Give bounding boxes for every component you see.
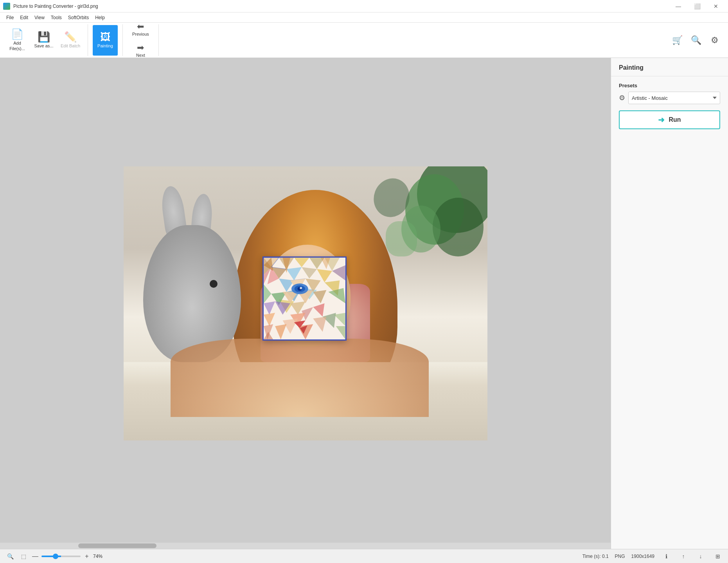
preset-select[interactable]: Artistic - Mosaic Artistic - Watercolor … [628,92,720,104]
save-as-button[interactable]: 💾 Save as... [31,25,56,56]
run-arrow-icon: ➜ [658,115,665,125]
zoom-plus-button[interactable]: + [83,553,91,560]
scrollbar-thumb [78,543,156,548]
presets-section: Presets ⚙ Artistic - Mosaic Artistic - W… [619,83,720,104]
mosaic-preview [262,256,347,341]
status-bar: 🔍 ⬚ — + 74% Time (s): 0.1 PNG 1900x1649 … [0,549,728,563]
menu-file[interactable]: File [3,13,17,23]
format-info: PNG [615,554,625,559]
svg-point-38 [300,287,302,289]
status-right: Time (s): 0.1 PNG 1900x1649 ℹ ↑ ↓ ⊞ [582,551,723,562]
time-info: Time (s): 0.1 [582,554,609,559]
ribbon-painting-group: 🖼 Painting [88,24,123,56]
presets-label: Presets [619,83,720,88]
menu-edit[interactable]: Edit [17,13,31,23]
edit-batch-label: Edit Batch [61,43,80,49]
panel-content: Presets ⚙ Artistic - Mosaic Artistic - W… [611,76,728,135]
panel-title: Painting [619,64,644,71]
canvas-area[interactable] [0,58,611,549]
painting-icon: 🖼 [100,32,110,42]
close-button[interactable]: ✕ [707,0,725,13]
previous-icon: ⬅ [137,22,144,31]
download-button[interactable]: ↓ [695,551,706,562]
ribbon-file-group: 📄 Add File(s)... 💾 Save as... ✏️ Edit Ba… [0,24,88,56]
maximize-button[interactable]: ⬜ [688,0,706,13]
share-button[interactable]: ↑ [678,551,689,562]
save-as-icon: 💾 [38,32,50,42]
add-files-icon: 📄 [11,29,23,39]
save-as-label: Save as... [34,43,54,49]
ribbon-nav-group: ⬅ Previous ➡ Next [123,24,159,56]
window-title: Picture to Painting Converter - girl3d.p… [13,4,98,9]
app-icon [3,3,10,10]
title-bar: Picture to Painting Converter - girl3d.p… [0,0,728,13]
rabbit-eye [210,280,218,288]
painting-button[interactable]: 🖼 Painting [93,25,118,56]
photo-scene [124,166,487,440]
next-label: Next [136,53,145,58]
zoom-fit-button[interactable]: 🔍 [5,551,16,562]
add-files-label: Add File(s)... [9,41,25,51]
title-bar-left: Picture to Painting Converter - girl3d.p… [3,3,98,10]
mosaic-svg [264,258,345,339]
run-label: Run [669,116,681,123]
zoom-minus-button[interactable]: — [31,553,39,560]
title-controls: — ⬜ ✕ [669,0,725,13]
girl-arms [171,339,429,417]
search-icon-button[interactable]: 🔍 [689,33,703,47]
ribbon: 📄 Add File(s)... 💾 Save as... ✏️ Edit Ba… [0,23,728,58]
image-container [124,166,487,440]
zoom-slider[interactable] [41,556,81,557]
edit-batch-button: ✏️ Edit Batch [58,25,83,56]
edit-batch-icon: ✏️ [64,32,77,42]
horizontal-scrollbar[interactable] [0,543,611,549]
add-files-button[interactable]: 📄 Add File(s)... [5,25,30,56]
main-area: Painting Presets ⚙ Artistic - Mosaic Art… [0,58,728,549]
minimize-button[interactable]: — [669,0,687,13]
menu-help[interactable]: Help [92,13,108,23]
status-left: 🔍 ⬚ — + 74% [5,551,579,562]
preset-sliders-icon: ⚙ [619,94,625,102]
preset-row: ⚙ Artistic - Mosaic Artistic - Watercolo… [619,92,720,104]
right-panel: Painting Presets ⚙ Artistic - Mosaic Art… [611,58,728,549]
zoom-controls: — + 74% [31,553,107,560]
panel-header: Painting [611,58,728,76]
run-button[interactable]: ➜ Run [619,110,720,129]
cart-icon-button[interactable]: 🛒 [670,33,684,47]
menu-softorbits[interactable]: SoftOrbits [65,13,92,23]
next-icon: ➡ [137,43,144,52]
previous-button[interactable]: ⬅ Previous [129,21,152,38]
external-button[interactable]: ⊞ [712,551,723,562]
menu-view[interactable]: View [31,13,48,23]
zoom-select-button[interactable]: ⬚ [18,551,29,562]
info-button[interactable]: ℹ [661,551,672,562]
zoom-level: 74% [93,554,107,559]
menu-tools[interactable]: Tools [48,13,65,23]
settings-icon-button[interactable]: ⚙ [708,33,722,47]
previous-label: Previous [132,32,149,37]
dimensions-info: 1900x1649 [631,554,654,559]
next-button[interactable]: ➡ Next [133,42,148,60]
painting-label: Painting [97,43,113,49]
menu-bar: File Edit View Tools SoftOrbits Help [0,13,728,23]
ribbon-right-tools: 🛒 🔍 ⚙ [664,24,728,56]
